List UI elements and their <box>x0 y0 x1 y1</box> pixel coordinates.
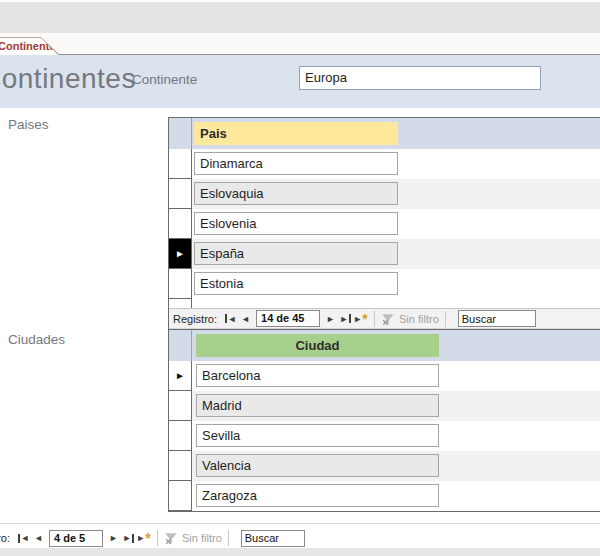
ribbon-bottom-strip <box>0 0 600 33</box>
filter-status-label: Sin filtro <box>399 313 439 325</box>
new-record-button[interactable]: ►* <box>353 311 368 326</box>
ciudades-subform: Ciudad ► Barcelona ► Madrid ► Sevilla ► … <box>168 329 600 512</box>
navigator-separator <box>157 530 158 546</box>
record-selector[interactable]: ► <box>169 239 192 269</box>
filter-icon <box>381 312 395 326</box>
last-record-button[interactable]: ► <box>121 531 136 546</box>
record-selector[interactable]: ► <box>169 421 192 451</box>
form-detail: Paises Ciudades Pais ► Dinamarca ► Eslov… <box>0 108 600 528</box>
cell-input[interactable]: Valencia <box>196 454 439 477</box>
table-row: ► Estonia <box>169 269 600 299</box>
form-bottom-divider <box>0 523 600 524</box>
record-navigator-label: Registro: <box>0 532 10 544</box>
ciudades-datasheet-header: Ciudad <box>169 330 600 361</box>
partial-row <box>169 299 600 308</box>
filter-status[interactable]: Sin filtro <box>381 312 439 326</box>
record-selector[interactable]: ► <box>169 209 192 239</box>
cell-input[interactable]: Zaragoza <box>196 484 439 507</box>
paises-label: Paises <box>8 117 49 132</box>
ciudad-column-header[interactable]: Ciudad <box>196 334 439 357</box>
object-tab-strip <box>0 33 600 55</box>
record-selector[interactable]: ► <box>169 361 192 391</box>
last-record-icon: ► <box>340 314 349 324</box>
first-record-icon: ◄ <box>228 314 237 324</box>
table-row: ► Valencia <box>169 451 600 481</box>
record-selector[interactable] <box>169 299 192 308</box>
continente-field[interactable]: Europa <box>299 66 541 90</box>
form-header-band: Continentes Continente Europa <box>0 55 600 108</box>
new-record-icon: ► <box>353 314 362 324</box>
previous-record-icon: ◄ <box>241 314 250 324</box>
record-navigator-label: Registro: <box>173 313 217 325</box>
next-record-button[interactable]: ► <box>106 531 121 546</box>
filter-icon <box>164 531 178 545</box>
next-record-button[interactable]: ► <box>323 311 338 326</box>
filter-status[interactable]: Sin filtro <box>164 531 222 545</box>
table-row: ► Madrid <box>169 391 600 421</box>
table-row: ► Barcelona <box>169 361 600 391</box>
record-selector[interactable]: ► <box>169 451 192 481</box>
cell-input[interactable]: Eslovaquia <box>194 182 398 205</box>
table-row: ► Dinamarca <box>169 149 600 179</box>
cell-input[interactable]: Eslovenia <box>194 212 398 235</box>
next-record-icon: ► <box>109 533 118 543</box>
navigator-separator <box>374 311 375 327</box>
last-record-button[interactable]: ► <box>338 311 353 326</box>
record-selector[interactable]: ► <box>169 179 192 209</box>
paises-rows: ► Dinamarca ► Eslovaquia ► Eslovenia ► E… <box>169 149 600 299</box>
status-bar-strip <box>0 548 600 556</box>
cell-input[interactable]: Dinamarca <box>194 152 398 175</box>
previous-record-button[interactable]: ◄ <box>31 531 46 546</box>
record-position-box[interactable]: 4 de 5 <box>49 530 103 547</box>
new-record-icon: ► <box>136 533 145 543</box>
datasheet-corner[interactable] <box>169 118 192 149</box>
new-record-button[interactable]: ►* <box>136 531 151 546</box>
paises-datasheet-header: Pais <box>169 118 600 149</box>
main-record-navigator: Registro: ◄ ◄ 4 de 5 ► ► ►* Sin filtro <box>0 528 600 548</box>
cell-input[interactable]: Sevilla <box>196 424 439 447</box>
cell-input[interactable]: España <box>194 242 398 265</box>
record-selector[interactable]: ► <box>169 149 192 179</box>
first-record-button[interactable]: ◄ <box>16 531 31 546</box>
search-input[interactable] <box>241 530 305 547</box>
cell-input[interactable]: Barcelona <box>196 364 439 387</box>
navigator-separator <box>228 530 229 546</box>
first-record-button[interactable]: ◄ <box>223 311 238 326</box>
navigator-separator <box>445 311 446 327</box>
table-row: ► España <box>169 239 600 269</box>
next-record-icon: ► <box>326 314 335 324</box>
page-title: Continentes <box>0 63 136 95</box>
access-window: Continentes Continentes Continente Europ… <box>0 0 600 556</box>
continente-label: Continente <box>132 72 197 87</box>
search-input[interactable] <box>458 310 536 327</box>
table-row: ► Sevilla <box>169 421 600 451</box>
pais-column-header[interactable]: Pais <box>194 122 398 145</box>
first-record-icon: ◄ <box>21 533 30 543</box>
cell-input[interactable]: Estonia <box>194 272 398 295</box>
table-row: ► Eslovenia <box>169 209 600 239</box>
table-row: ► Zaragoza <box>169 481 600 511</box>
ciudades-rows: ► Barcelona ► Madrid ► Sevilla ► Valenci… <box>169 361 600 511</box>
filter-status-label: Sin filtro <box>182 532 222 544</box>
current-record-icon: ► <box>175 371 185 381</box>
ciudades-label: Ciudades <box>8 332 65 347</box>
current-record-icon: ► <box>175 249 185 259</box>
table-row: ► Eslovaquia <box>169 179 600 209</box>
datasheet-corner[interactable] <box>169 330 192 361</box>
paises-subform: Pais ► Dinamarca ► Eslovaquia ► Esloveni… <box>168 117 600 329</box>
record-selector[interactable]: ► <box>169 391 192 421</box>
record-selector[interactable]: ► <box>169 269 192 299</box>
cell-input[interactable]: Madrid <box>196 394 439 417</box>
record-selector[interactable]: ► <box>169 481 192 511</box>
paises-record-navigator: Registro: ◄ ◄ 14 de 45 ► ► ►* Sin filtro <box>169 308 600 329</box>
previous-record-button[interactable]: ◄ <box>238 311 253 326</box>
last-record-icon: ► <box>123 533 132 543</box>
record-position-box[interactable]: 14 de 45 <box>256 310 320 327</box>
previous-record-icon: ◄ <box>34 533 43 543</box>
